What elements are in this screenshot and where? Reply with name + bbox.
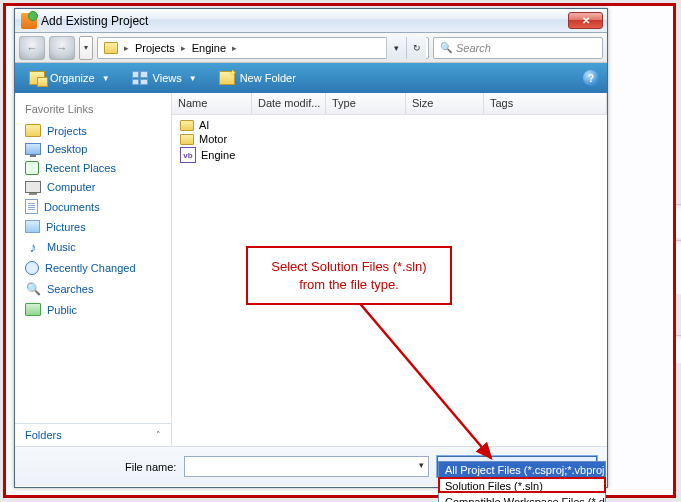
dropdown-option[interactable]: Compatible Workspace Files (*.dsw;*.vcw) — [439, 494, 605, 502]
nav-bar: ← → ▾ ▸ Projects ▸ Engine ▸ ▾ ↻ Search — [15, 33, 607, 63]
folder-icon — [25, 124, 41, 137]
organize-label: Organize — [50, 72, 95, 84]
folders-toggle[interactable]: Folders ˄ — [15, 423, 171, 446]
sidebar-item-computer[interactable]: Computer — [19, 178, 167, 196]
col-size[interactable]: Size — [406, 93, 484, 114]
sidebar-item-pictures[interactable]: Pictures — [19, 217, 167, 236]
search-icon: 🔍 — [25, 281, 41, 297]
list-item[interactable]: vbEngine — [176, 146, 603, 164]
address-dropdown[interactable]: ▾ — [386, 37, 406, 59]
views-icon — [132, 71, 148, 85]
documents-icon — [25, 199, 38, 214]
breadcrumb-projects[interactable]: Projects — [131, 40, 179, 56]
annotation-callout: Select Solution Files (*.sln) from the f… — [246, 246, 452, 305]
dropdown-option[interactable]: Solution Files (*.sln) — [439, 478, 605, 494]
file-list[interactable]: AI Motor vbEngine — [172, 115, 607, 167]
recent-icon — [25, 161, 39, 175]
forward-button[interactable]: → — [49, 36, 75, 60]
filename-input[interactable] — [184, 456, 429, 477]
favorites-heading: Favorite Links — [15, 99, 171, 121]
folder-icon — [104, 42, 118, 54]
sidebar-item-searches[interactable]: 🔍Searches — [19, 278, 167, 300]
desktop-icon — [25, 143, 41, 155]
new-folder-button[interactable]: New Folder — [213, 69, 302, 87]
toolbar: Organize ▼ Views ▼ New Folder ? — [15, 63, 607, 93]
sidebar-item-music[interactable]: ♪Music — [19, 236, 167, 258]
music-icon: ♪ — [25, 239, 41, 255]
views-button[interactable]: Views ▼ — [126, 69, 203, 87]
sidebar-item-documents[interactable]: Documents — [19, 196, 167, 217]
filetype-dropdown-list[interactable]: All Project Files (*.csproj;*.vbproj;*.v… — [438, 461, 606, 502]
folder-icon — [180, 120, 194, 131]
annotation-frame: Add Existing Project ✕ ← → ▾ ▸ Projects … — [3, 3, 676, 498]
sidebar-item-public[interactable]: Public — [19, 300, 167, 319]
back-button[interactable]: ← — [19, 36, 45, 60]
col-tags[interactable]: Tags — [484, 93, 607, 114]
col-type[interactable]: Type — [326, 93, 406, 114]
pictures-icon — [25, 220, 40, 233]
new-folder-label: New Folder — [240, 72, 296, 84]
public-icon — [25, 303, 41, 316]
column-headers[interactable]: Name Date modif... Type Size Tags — [172, 93, 607, 115]
chevron-up-icon: ˄ — [156, 430, 161, 440]
changed-icon — [25, 261, 39, 275]
sidebar-item-desktop[interactable]: Desktop — [19, 140, 167, 158]
organize-button[interactable]: Organize ▼ — [23, 69, 116, 87]
organize-icon — [29, 71, 45, 85]
help-button[interactable]: ? — [583, 70, 599, 86]
sidebar-item-projects[interactable]: Projects — [19, 121, 167, 140]
col-name[interactable]: Name — [172, 93, 252, 114]
breadcrumb-engine[interactable]: Engine — [188, 40, 230, 56]
filename-label: File name: — [125, 461, 176, 473]
app-icon — [21, 13, 37, 29]
address-bar[interactable]: ▸ Projects ▸ Engine ▸ ▾ ↻ — [97, 37, 429, 59]
col-modified[interactable]: Date modif... — [252, 93, 326, 114]
sidebar-item-recently-changed[interactable]: Recently Changed — [19, 258, 167, 278]
sidebar: Favorite Links Projects Desktop Recent P… — [15, 93, 172, 446]
views-label: Views — [153, 72, 182, 84]
vs-project-icon: vb — [180, 147, 196, 163]
titlebar: Add Existing Project ✕ — [15, 9, 607, 33]
window-title: Add Existing Project — [41, 14, 568, 28]
search-input[interactable]: Search — [433, 37, 603, 59]
close-button[interactable]: ✕ — [568, 12, 603, 29]
refresh-button[interactable]: ↻ — [406, 37, 426, 59]
sidebar-item-recent-places[interactable]: Recent Places — [19, 158, 167, 178]
dropdown-option[interactable]: All Project Files (*.csproj;*.vbproj;*.v… — [439, 462, 605, 478]
new-folder-icon — [219, 71, 235, 85]
address-controls: ▾ ↻ — [386, 37, 426, 59]
list-item[interactable]: AI — [176, 118, 603, 132]
list-item[interactable]: Motor — [176, 132, 603, 146]
computer-icon — [25, 181, 41, 193]
folder-icon — [180, 134, 194, 145]
history-dropdown[interactable]: ▾ — [79, 36, 93, 60]
